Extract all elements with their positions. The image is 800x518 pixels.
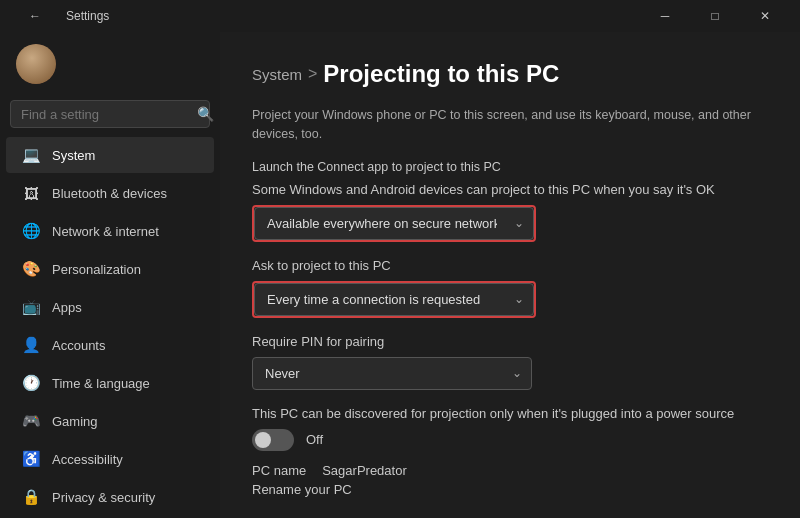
accounts-icon: 👤	[22, 336, 40, 354]
bluetooth-icon: 🖼	[22, 184, 40, 202]
sidebar-item-label: Personalization	[52, 262, 141, 277]
system-icon: 💻	[22, 146, 40, 164]
dropdown3-section: Require PIN for pairing Never First time…	[252, 334, 768, 390]
sidebar-item-label: Gaming	[52, 414, 98, 429]
sidebar-profile	[0, 36, 220, 96]
sidebar-item-personalization[interactable]: 🎨 Personalization	[6, 251, 214, 287]
dropdown2-select[interactable]: Every time a connection is requested Fir…	[254, 283, 534, 316]
pc-name-value: SagarPredator	[322, 463, 407, 478]
description-text: Project your Windows phone or PC to this…	[252, 106, 768, 144]
sidebar: 🔍 💻 System 🖼 Bluetooth & devices 🌐 Netwo…	[0, 32, 220, 518]
titlebar-left: ← Settings	[12, 0, 109, 32]
avatar-image	[16, 44, 56, 84]
minimize-button[interactable]: ─	[642, 0, 688, 32]
sidebar-item-time[interactable]: 🕐 Time & language	[6, 365, 214, 401]
dropdown2-highlighted-border: Every time a connection is requested Fir…	[252, 281, 536, 318]
power-toggle-row: Off	[252, 429, 768, 451]
sidebar-item-label: Apps	[52, 300, 82, 315]
apps-icon: 📺	[22, 298, 40, 316]
time-icon: 🕐	[22, 374, 40, 392]
sidebar-item-label: Accessibility	[52, 452, 123, 467]
sidebar-item-network[interactable]: 🌐 Network & internet	[6, 213, 214, 249]
titlebar-controls: ─ □ ✕	[642, 0, 788, 32]
sidebar-item-accounts[interactable]: 👤 Accounts	[6, 327, 214, 363]
sidebar-item-privacy[interactable]: 🔒 Privacy & security	[6, 479, 214, 515]
power-toggle[interactable]	[252, 429, 294, 451]
sidebar-item-label: Bluetooth & devices	[52, 186, 167, 201]
dropdown1-highlighted-border: Available everywhere on secure networks …	[252, 205, 536, 242]
breadcrumb: System > Projecting to this PC	[252, 60, 768, 88]
launch-connect-label: Launch the Connect app to project to thi…	[252, 160, 768, 174]
pc-name-row: PC name SagarPredator	[252, 463, 768, 478]
titlebar: ← Settings ─ □ ✕	[0, 0, 800, 32]
dropdown2-label: Ask to project to this PC	[252, 258, 768, 273]
breadcrumb-system: System	[252, 66, 302, 83]
back-button[interactable]: ←	[12, 0, 58, 32]
dropdown2-section: Ask to project to this PC Every time a c…	[252, 258, 768, 318]
gaming-icon: 🎮	[22, 412, 40, 430]
search-icon: 🔍	[197, 106, 214, 122]
close-button[interactable]: ✕	[742, 0, 788, 32]
sidebar-search: 🔍	[0, 96, 220, 136]
sidebar-item-accessibility[interactable]: ♿ Accessibility	[6, 441, 214, 477]
sidebar-item-gaming[interactable]: 🎮 Gaming	[6, 403, 214, 439]
network-icon: 🌐	[22, 222, 40, 240]
main-content: System > Projecting to this PC Project y…	[220, 32, 800, 518]
titlebar-title: Settings	[66, 9, 109, 23]
dropdown3-label: Require PIN for pairing	[252, 334, 768, 349]
app-body: 🔍 💻 System 🖼 Bluetooth & devices 🌐 Netwo…	[0, 32, 800, 518]
sidebar-item-label: System	[52, 148, 95, 163]
accessibility-icon: ♿	[22, 450, 40, 468]
privacy-icon: 🔒	[22, 488, 40, 506]
rename-link[interactable]: Rename your PC	[252, 482, 352, 497]
toggle-knob	[255, 432, 271, 448]
avatar	[16, 44, 56, 84]
search-box: 🔍	[10, 100, 210, 128]
page-title: Projecting to this PC	[323, 60, 559, 88]
search-input[interactable]	[21, 107, 189, 122]
dropdown1-section: Some Windows and Android devices can pro…	[252, 182, 768, 242]
power-label: This PC can be discovered for projection…	[252, 406, 768, 421]
sidebar-item-system[interactable]: 💻 System	[6, 137, 214, 173]
sidebar-item-label: Accounts	[52, 338, 105, 353]
sidebar-item-label: Time & language	[52, 376, 150, 391]
dropdown1-select[interactable]: Available everywhere on secure networks …	[254, 207, 534, 240]
dropdown3-container: Never First time only Always ⌄	[252, 357, 532, 390]
sidebar-item-label: Network & internet	[52, 224, 159, 239]
breadcrumb-separator: >	[308, 65, 317, 83]
pc-name-label: PC name	[252, 463, 306, 478]
sidebar-item-apps[interactable]: 📺 Apps	[6, 289, 214, 325]
sidebar-item-label: Privacy & security	[52, 490, 155, 505]
maximize-button[interactable]: □	[692, 0, 738, 32]
dropdown1-container: Available everywhere on secure networks …	[254, 207, 534, 240]
dropdown3-select[interactable]: Never First time only Always	[252, 357, 532, 390]
personalization-icon: 🎨	[22, 260, 40, 278]
dropdown2-container: Every time a connection is requested Fir…	[254, 283, 534, 316]
dropdown1-label: Some Windows and Android devices can pro…	[252, 182, 768, 197]
toggle-off-label: Off	[306, 432, 323, 447]
sidebar-item-bluetooth[interactable]: 🖼 Bluetooth & devices	[6, 175, 214, 211]
